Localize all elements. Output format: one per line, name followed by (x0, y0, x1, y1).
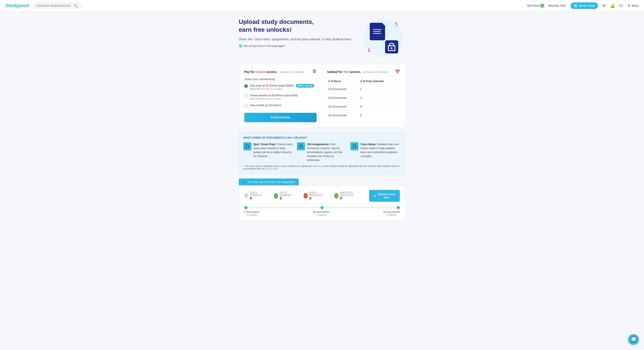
plan-month-option[interactable]: One month at $19.95/mo (244, 104, 316, 108)
upload-banner-text: You can upload docs in all languages! (248, 180, 295, 184)
document-icon (370, 23, 385, 40)
search-input[interactable] (36, 4, 74, 7)
panel-instant-highlight: instant (256, 70, 266, 74)
upload-banner-wrapper: 🌐 You can upload docs in all languages! (239, 178, 405, 185)
panel-free-highlight: free (344, 70, 349, 74)
globe-icon: 🌐 (239, 44, 242, 48)
stats-row: ⏱ DOCS PENDING 0 ✓ DOCS INDEXED 0 ✕ DOCS… (244, 190, 400, 202)
free-unlocks-table: # of Docs # of Free Unlocks 10 Documents… (327, 78, 400, 120)
docs-30: 30 Documents (327, 102, 359, 111)
sell-docs-button[interactable]: Sell Docs $ (527, 4, 544, 8)
stat-removed: ✕ DOCS REMOVED 0 (304, 191, 326, 200)
hero-circle: ↰ ↰ (364, 18, 403, 58)
hero-title: Upload study documents, earn free unlock… (239, 18, 355, 34)
col-unlocks-header: # of Free Unlocks (359, 78, 400, 85)
upload-icon: ⬆ (374, 194, 376, 198)
docs-20: 20 Documents (327, 94, 359, 102)
calendar-icon: 📅 (395, 70, 400, 74)
unlocks-count: 0 (340, 196, 360, 200)
clock-icon: ⏱ (312, 70, 316, 74)
assignments-icon (297, 142, 305, 150)
plan-quarter-info: Three months at $9.95/mo (save $30) Bill… (250, 94, 316, 100)
panel-free-title: Upload for free access. (Access in 2-3 h… (327, 70, 400, 74)
stat-unlocks: 🔓 UNLOCKS RECEIVED 0 (334, 191, 360, 200)
unlocks-label: UNLOCKS RECEIVED (340, 191, 360, 196)
progress-labels: 0 documents 0 unlocks 10 documents 2 unl… (244, 210, 400, 216)
pending-icon: ⏱ (244, 193, 248, 198)
panel-free-prefix: Upload for (327, 70, 344, 74)
svg-point-3 (247, 147, 248, 148)
plan-year-info: One year at $4.95/mo (save $180) BEST VA… (250, 84, 316, 90)
study-tools-button[interactable]: + Study Tools (570, 2, 598, 9)
panel-free-time: (Access in 2-3 hours) (363, 70, 388, 74)
search-icon: 🔍 (74, 4, 78, 8)
progress-dot-0 (244, 206, 247, 209)
progress-track (244, 207, 400, 208)
plan-quarter-radio[interactable] (244, 94, 248, 98)
notes-icon (350, 142, 358, 150)
study-tools-label: Study Tools (579, 4, 595, 7)
messages-icon[interactable]: ✉ (602, 3, 606, 8)
col-docs-header: # of Docs (327, 78, 359, 85)
panels-row: Pay for instant access. (Access in 1 min… (239, 64, 405, 128)
table-row: 40 Documents 8 (327, 111, 400, 120)
dollar-icon: $ (540, 4, 544, 8)
notes-text: Class Notes: Detailed class and lecture … (360, 142, 401, 158)
progress-label-0: 0 documents 0 unlocks (244, 210, 259, 216)
removed-icon: ✕ (304, 193, 308, 198)
panel-free-suffix: access. (350, 70, 361, 74)
plan-year-radio[interactable] (244, 84, 248, 88)
arrow-up-icon: ↰ (392, 20, 400, 29)
honor-code-link[interactable]: honor code (266, 167, 278, 170)
unlocks-8: 8 (359, 111, 400, 120)
terms-link[interactable]: terms (317, 165, 323, 167)
lock-icon (385, 40, 398, 54)
progress-label-1: 10 documents 2 unlocks (313, 210, 330, 216)
membership-label: Select your membership: (244, 78, 316, 81)
panel-free-access: Upload for free access. (Access in 2-3 h… (322, 64, 405, 128)
best-value-badge: BEST VALUE (296, 84, 314, 88)
docs-footnote: * You must the be copyright owner of any… (243, 165, 401, 170)
unlocks-2: 2 (359, 85, 400, 94)
plan-month-radio[interactable] (244, 104, 248, 108)
arrow-down-icon: ↰ (365, 45, 374, 54)
panel-instant-title: Pay for instant access. (Access in 1 min… (244, 70, 316, 74)
sell-docs-label: Sell Docs (527, 4, 539, 7)
stats-section: ⏱ DOCS PENDING 0 ✓ DOCS INDEXED 0 ✕ DOCS… (239, 185, 405, 221)
plan-quarter-option[interactable]: Three months at $9.95/mo (save $30) Bill… (244, 94, 316, 100)
stat-indexed: ✓ DOCS INDEXED 0 (274, 191, 295, 200)
page-content: Upload study documents, earn free unlock… (234, 12, 410, 238)
plan-month-info: One month at $19.95/mo (250, 104, 316, 107)
hero-lang: 🌐 We accept docs in all languages! (239, 44, 355, 48)
menu-button[interactable]: ☰ Menu (628, 4, 639, 7)
bookmarks-icon[interactable]: 🏷 (619, 3, 623, 8)
docs-info-quiz: Quiz / Exam Prep: Practice tests, exam p… (243, 142, 294, 162)
globe-icon-2: 🌐 (242, 180, 246, 184)
notifications-icon[interactable]: 🔔 (610, 3, 615, 8)
removed-count: 0 (309, 196, 326, 200)
pending-label: DOCS PENDING (250, 191, 265, 196)
unlocks-icon: 🔓 (334, 193, 338, 198)
progress-dot-1 (320, 206, 324, 209)
docs-10: 10 Documents (327, 85, 359, 94)
indexed-label: DOCS INDEXED (280, 191, 295, 196)
plan-year-billing: Billed $59.40 every 12 months (250, 88, 316, 90)
site-logo[interactable]: Studypool (5, 3, 29, 8)
plan-year-name: One year at $4.95/mo (save $180) BEST VA… (250, 84, 316, 87)
plan-year-option[interactable]: One year at $4.95/mo (save $180) BEST VA… (244, 84, 316, 90)
panel-instant-suffix: access. (266, 70, 278, 74)
upload-more-button[interactable]: ⬆ Upload more files (369, 190, 400, 202)
docs-info-notes: Class Notes: Detailed class and lecture … (350, 142, 401, 162)
hero-section: Upload study documents, earn free unlock… (239, 18, 405, 58)
unlocks-6: 6 (359, 102, 400, 111)
panel-instant-time: (Access in 1 minute) (280, 70, 304, 74)
removed-label: DOCS REMOVED (309, 191, 326, 196)
panel-instant-access: Pay for instant access. (Access in 1 min… (239, 64, 322, 128)
navbar: Studypool 🔍 Sell Docs $ Become Tutor + S… (0, 0, 644, 12)
plan-month-name: One month at $19.95/mo (250, 104, 316, 107)
upload-banner: 🌐 You can upload docs in all languages! (239, 178, 299, 185)
become-tutor-button[interactable]: Become Tutor (548, 4, 566, 7)
hamburger-icon: ☰ (628, 4, 630, 7)
search-bar[interactable]: 🔍 (33, 3, 82, 9)
subscribe-button[interactable]: SUBSCRIBE (244, 113, 316, 122)
